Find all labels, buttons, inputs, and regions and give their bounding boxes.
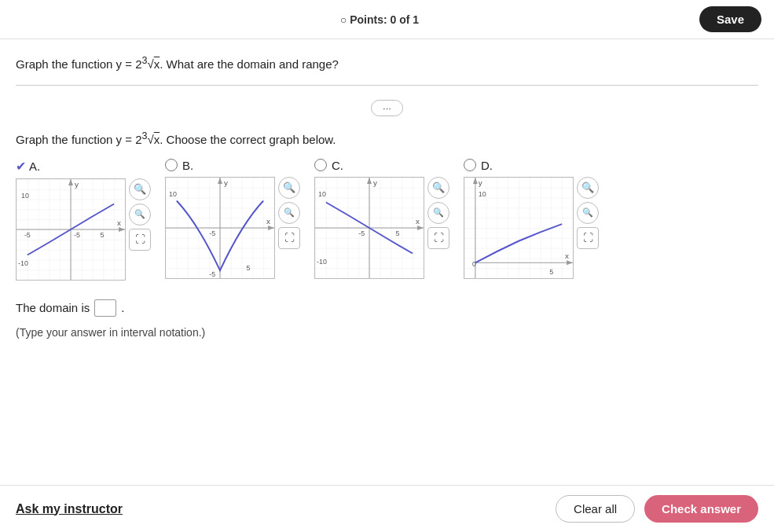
- top-bar: ○ Points: 0 of 1 Save: [0, 0, 774, 39]
- option-b-label: B.: [182, 159, 193, 172]
- option-b-radio[interactable]: [165, 159, 178, 171]
- svg-text:x: x: [266, 217, 270, 226]
- zoom-out-b[interactable]: 🔍: [278, 202, 300, 224]
- svg-text:10: 10: [318, 189, 326, 197]
- bottom-right-actions: Clear all Check answer: [556, 495, 758, 523]
- sub-question: Graph the function y = 23√x. Choose the …: [16, 130, 758, 146]
- svg-text:-10: -10: [317, 258, 327, 266]
- graph-a-icons: 🔍 🔍 ⛶: [129, 178, 151, 281]
- graph-d-icons: 🔍 🔍 ⛶: [577, 177, 599, 279]
- svg-text:y: y: [373, 178, 377, 186]
- graph-a: y x -5 -5 5 10 -10: [16, 178, 126, 281]
- svg-text:-5: -5: [358, 229, 365, 237]
- svg-text:-5: -5: [209, 270, 215, 278]
- graph-d: y x 10 0 5: [464, 177, 574, 279]
- zoom-out-d[interactable]: 🔍: [577, 202, 599, 224]
- svg-text:-5: -5: [24, 230, 31, 238]
- save-button[interactable]: Save: [699, 6, 761, 32]
- divider-1: [16, 85, 758, 86]
- fullscreen-d[interactable]: ⛶: [577, 227, 599, 249]
- option-b: B. y: [165, 159, 300, 279]
- expand-button[interactable]: ···: [371, 100, 403, 116]
- option-a: ✔ A.: [16, 159, 151, 281]
- check-icon-a: ✔: [16, 159, 26, 174]
- svg-text:-5: -5: [209, 229, 215, 237]
- graph-b-container: y x 10 -5 5 -5 🔍 🔍 ⛶: [165, 177, 300, 279]
- main-content: Graph the function y = 23√x. What are th…: [0, 39, 774, 485]
- option-c-radio[interactable]: [314, 159, 327, 171]
- option-a-label: A.: [29, 160, 40, 173]
- svg-text:5: 5: [395, 229, 399, 237]
- svg-text:-10: -10: [18, 259, 28, 267]
- fullscreen-a[interactable]: ⛶: [129, 229, 151, 251]
- option-d: D.: [464, 159, 599, 279]
- svg-text:y: y: [224, 178, 228, 186]
- domain-row: The domain is .: [16, 299, 758, 317]
- domain-period: .: [121, 301, 124, 314]
- domain-note: (Type your answer in interval notation.): [16, 326, 758, 339]
- svg-text:10: 10: [21, 191, 29, 199]
- domain-label: The domain is: [16, 301, 90, 314]
- fullscreen-c[interactable]: ⛶: [427, 227, 449, 249]
- points-text: ○ Points: 0 of 1: [340, 13, 419, 26]
- svg-text:5: 5: [549, 268, 553, 276]
- svg-text:x: x: [416, 217, 420, 226]
- zoom-in-b[interactable]: 🔍: [278, 177, 300, 199]
- svg-text:5: 5: [100, 230, 104, 238]
- expand-row: ···: [16, 100, 758, 116]
- svg-text:-5: -5: [74, 230, 80, 238]
- option-a-selected: ✔ A.: [16, 159, 40, 174]
- zoom-in-d[interactable]: 🔍: [577, 177, 599, 199]
- option-d-label: D.: [481, 159, 493, 172]
- svg-text:10: 10: [479, 189, 486, 197]
- fullscreen-b[interactable]: ⛶: [278, 227, 300, 249]
- graph-c-container: y x 10 -5 5 -10 🔍 🔍 ⛶: [314, 177, 449, 279]
- points-value: Points: 0 of 1: [350, 13, 419, 26]
- zoom-out-c[interactable]: 🔍: [427, 202, 449, 224]
- svg-text:x: x: [117, 218, 121, 227]
- svg-text:y: y: [479, 178, 482, 186]
- graph-b: y x 10 -5 5 -5: [165, 177, 275, 279]
- zoom-in-a[interactable]: 🔍: [129, 178, 151, 200]
- main-question: Graph the function y = 23√x. What are th…: [16, 53, 758, 74]
- svg-text:x: x: [565, 251, 569, 260]
- graph-c-icons: 🔍 🔍 ⛶: [427, 177, 449, 279]
- svg-text:0: 0: [472, 260, 476, 268]
- option-d-radio[interactable]: [464, 159, 476, 171]
- svg-text:10: 10: [169, 189, 177, 197]
- graph-a-container: y x -5 -5 5 10 -10 🔍 🔍 ⛶: [16, 178, 151, 281]
- option-c: C. y: [314, 159, 449, 279]
- graph-d-container: y x 10 0 5 🔍 🔍 ⛶: [464, 177, 599, 279]
- zoom-in-c[interactable]: 🔍: [427, 177, 449, 199]
- bottom-bar: Ask my instructor Clear all Check answer: [0, 485, 774, 532]
- domain-input[interactable]: [94, 299, 116, 317]
- graph-b-icons: 🔍 🔍 ⛶: [278, 177, 300, 279]
- options-row: ✔ A.: [16, 159, 758, 281]
- zoom-out-a[interactable]: 🔍: [129, 204, 151, 226]
- svg-text:y: y: [75, 179, 79, 188]
- option-c-label: C.: [332, 159, 343, 172]
- svg-text:5: 5: [246, 264, 250, 272]
- ask-instructor-link[interactable]: Ask my instructor: [16, 502, 123, 516]
- graph-c: y x 10 -5 5 -10: [314, 177, 424, 279]
- check-answer-button[interactable]: Check answer: [644, 495, 758, 523]
- clear-all-button[interactable]: Clear all: [556, 495, 635, 523]
